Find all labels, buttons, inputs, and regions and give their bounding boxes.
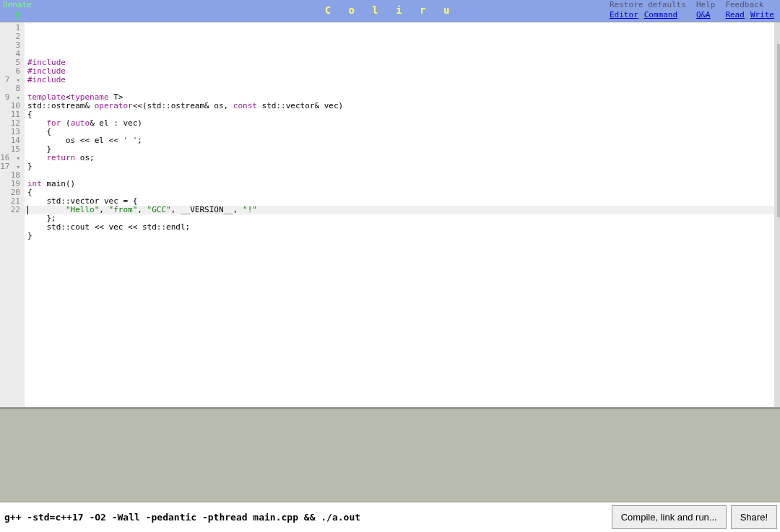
line-gutter: 1234567 ▾89 ▾10111213141516 ▾17 ▾1819202…: [0, 22, 25, 407]
header-bar: Donate $ C o l i r u Restore defaults Ed…: [0, 0, 780, 22]
compile-button[interactable]: Compile, link and run...: [612, 505, 727, 529]
code-area[interactable]: #include #include #include template<type…: [25, 22, 780, 407]
qa-link[interactable]: Q&A: [696, 10, 716, 20]
donate-link[interactable]: Donate: [3, 0, 32, 9]
text-cursor: [27, 206, 28, 214]
command-link[interactable]: Command: [644, 10, 677, 20]
read-link[interactable]: Read: [725, 10, 745, 20]
bottom-bar: g++ -std=c++17 -O2 -Wall -pedantic -pthr…: [0, 502, 780, 532]
output-panel[interactable]: [0, 408, 780, 502]
header-right: Restore defaults Editor Command Help Q&A…: [610, 0, 774, 20]
help-label: Help: [696, 0, 716, 10]
share-button[interactable]: Share!: [731, 505, 777, 529]
dollar-icon[interactable]: $: [3, 9, 32, 21]
editor-link[interactable]: Editor: [610, 10, 638, 20]
page-title: C o l i r u: [325, 4, 456, 16]
write-link[interactable]: Write: [750, 10, 774, 20]
restore-defaults-label: Restore defaults: [610, 0, 686, 10]
donate-block: Donate $: [0, 0, 32, 21]
feedback-label: Feedback: [725, 0, 774, 10]
code-editor[interactable]: 1234567 ▾89 ▾10111213141516 ▾17 ▾1819202…: [0, 22, 780, 408]
